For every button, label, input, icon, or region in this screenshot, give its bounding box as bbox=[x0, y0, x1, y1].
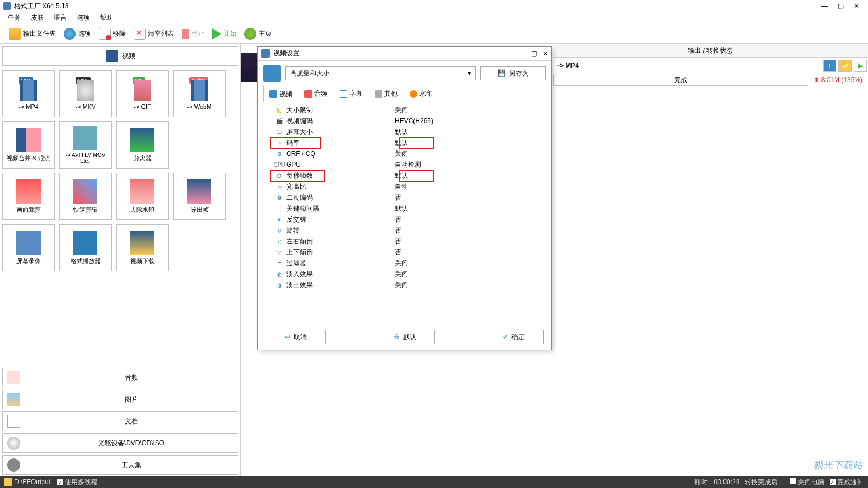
default-button[interactable]: 🖶默认 bbox=[375, 330, 435, 344]
tile-mp4[interactable]: MP4-> MP4 bbox=[2, 70, 55, 117]
menu-task[interactable]: 任务 bbox=[8, 13, 21, 22]
setting-icon: ≋ bbox=[275, 139, 283, 147]
setting-row[interactable]: GPUGPU自动检测 bbox=[263, 159, 546, 170]
tab-other[interactable]: 其他 bbox=[369, 86, 404, 102]
ok-button[interactable]: ✔确定 bbox=[484, 330, 544, 344]
tab-audio[interactable]: 音频 bbox=[298, 86, 334, 102]
open-folder-button[interactable]: 📁 bbox=[838, 60, 852, 72]
start-button[interactable]: 开始 bbox=[209, 27, 240, 40]
category-audio[interactable]: 音频 bbox=[2, 368, 238, 387]
home-button[interactable]: 主页 bbox=[241, 27, 275, 41]
tile-crop[interactable]: 画面裁剪 bbox=[2, 173, 55, 220]
setting-row[interactable]: 🖵屏幕大小默认 bbox=[263, 126, 546, 137]
setting-value[interactable]: 关闭 bbox=[395, 259, 546, 268]
setting-value[interactable]: 否 bbox=[395, 237, 546, 246]
info-button[interactable]: i bbox=[823, 60, 836, 72]
setting-value[interactable]: 默认 bbox=[395, 127, 546, 137]
tile-player[interactable]: 格式播放器 bbox=[59, 224, 112, 271]
setting-row[interactable]: ❷二次编码否 bbox=[263, 192, 546, 203]
setting-row[interactable]: ⏱每秒帧数默认 bbox=[263, 170, 546, 181]
play-task-button[interactable]: ▶ bbox=[854, 60, 867, 72]
tile-quickcut[interactable]: 快速剪辑 bbox=[59, 173, 112, 220]
tile-gif[interactable]: GIF-> GIF bbox=[116, 70, 169, 117]
setting-value[interactable]: 否 bbox=[395, 215, 546, 224]
setting-value[interactable]: 自动 bbox=[395, 182, 546, 191]
dialog-close[interactable]: ✕ bbox=[543, 50, 548, 57]
maximize-button[interactable]: ▢ bbox=[838, 2, 844, 10]
tile-mkv[interactable]: MKV-> MKV bbox=[59, 70, 112, 117]
menu-lang[interactable]: 语言 bbox=[54, 13, 67, 22]
setting-value[interactable]: 否 bbox=[395, 193, 546, 202]
tile-merge[interactable]: 视频合并 & 混流 bbox=[2, 121, 55, 169]
preset-combo[interactable]: 高质量和大小▾ bbox=[285, 66, 476, 80]
setting-row[interactable]: ▭宽高比自动 bbox=[263, 181, 546, 192]
cancel-button[interactable]: ↩取消 bbox=[266, 330, 326, 344]
tile-download[interactable]: 视频下载 bbox=[116, 224, 169, 271]
notify-checkbox[interactable]: ✓ bbox=[830, 479, 836, 485]
setting-value[interactable]: 自动检测 bbox=[395, 160, 546, 170]
tab-video[interactable]: 视频 bbox=[263, 86, 298, 102]
saveas-button[interactable]: 💾另存为 bbox=[480, 66, 546, 80]
setting-row[interactable]: ⚗过滤器关闭 bbox=[263, 258, 546, 269]
multithread-checkbox[interactable]: ✓ bbox=[57, 479, 63, 485]
close-button[interactable]: ✕ bbox=[854, 2, 859, 10]
setting-row[interactable]: ≡反交错否 bbox=[263, 214, 546, 225]
setting-label: 视频编码 bbox=[286, 117, 313, 126]
shutdown-checkbox[interactable] bbox=[790, 478, 796, 484]
setting-value[interactable]: 否 bbox=[395, 248, 546, 257]
tile-split[interactable]: 分离器 bbox=[116, 121, 169, 169]
setting-value[interactable]: 关闭 bbox=[395, 106, 546, 115]
category-video[interactable]: 视频 bbox=[2, 46, 238, 66]
menu-help[interactable]: 帮助 bbox=[100, 13, 113, 22]
setting-value[interactable]: 默认 bbox=[395, 138, 546, 148]
setting-row[interactable]: ↻旋转否 bbox=[263, 225, 546, 236]
tile-removewm[interactable]: 去除水印 bbox=[116, 173, 169, 220]
setting-row[interactable]: |⎮关键帧间隔默认 bbox=[263, 203, 546, 214]
setting-row[interactable]: ◑淡出效果关闭 bbox=[263, 280, 546, 291]
audio-tab-icon bbox=[304, 90, 312, 98]
setting-row[interactable]: ◐淡入效果关闭 bbox=[263, 269, 546, 280]
output-folder-button[interactable]: 输出文件夹 bbox=[5, 27, 59, 41]
tile-record[interactable]: 屏幕录像 bbox=[2, 224, 55, 271]
setting-value[interactable]: 关闭 bbox=[395, 149, 546, 159]
category-disc[interactable]: 光驱设备\DVD\CD\ISO bbox=[2, 433, 238, 453]
setting-value[interactable]: 默认 bbox=[395, 204, 546, 213]
setting-icon: 🖵 bbox=[275, 128, 283, 136]
menu-option[interactable]: 选项 bbox=[77, 13, 90, 22]
setting-row[interactable]: ≋码率默认 bbox=[263, 137, 546, 148]
video-settings-dialog: 视频设置 — ▢ ✕ 高质量和大小▾ 💾另存为 视频 音频 字幕 其他 水印 📐… bbox=[257, 46, 552, 350]
setting-row[interactable]: ▽上下颠倒否 bbox=[263, 247, 546, 258]
tile-avi[interactable]: -> AVI FLV MOV Etc.. bbox=[59, 121, 112, 169]
category-image[interactable]: 图片 bbox=[2, 390, 238, 409]
setting-value[interactable]: HEVC(H265) bbox=[395, 117, 546, 125]
setting-label: 旋转 bbox=[286, 226, 300, 235]
clear-button[interactable]: 清空列表 bbox=[130, 27, 177, 41]
setting-value[interactable]: 关闭 bbox=[395, 281, 546, 290]
setting-value[interactable]: 默认 bbox=[395, 171, 546, 181]
option-button[interactable]: 选项 bbox=[60, 27, 94, 41]
setting-label: 每秒帧数 bbox=[286, 171, 313, 181]
dialog-maximize[interactable]: ▢ bbox=[531, 50, 537, 57]
category-tools[interactable]: 工具集 bbox=[2, 455, 238, 475]
dialog-minimize[interactable]: — bbox=[519, 50, 526, 57]
output-path[interactable]: D:\FFOutput bbox=[14, 478, 50, 486]
remove-button[interactable]: 移除 bbox=[95, 27, 129, 41]
task-row[interactable]: -> MP4 i 📁 ▶ bbox=[553, 58, 868, 73]
minimize-button[interactable]: — bbox=[821, 2, 828, 10]
setting-value[interactable]: 否 bbox=[395, 226, 546, 235]
category-document[interactable]: 文档 bbox=[2, 411, 238, 431]
tab-watermark[interactable]: 水印 bbox=[404, 86, 439, 102]
subtitle-tab-icon bbox=[340, 90, 347, 98]
menu-skin[interactable]: 皮肤 bbox=[31, 13, 44, 22]
tile-webm[interactable]: WebM-> WebM bbox=[173, 70, 226, 117]
tile-export[interactable]: 导出帧 bbox=[173, 173, 226, 220]
setting-row[interactable]: ◁左右颠倒否 bbox=[263, 236, 546, 247]
setting-row[interactable]: 📐大小限制关闭 bbox=[263, 104, 546, 115]
setting-row[interactable]: 🎬视频编码HEVC(H265) bbox=[263, 115, 546, 126]
stop-button[interactable]: 停止 bbox=[179, 28, 208, 40]
setting-value[interactable]: 关闭 bbox=[395, 270, 546, 279]
tab-subtitle[interactable]: 字幕 bbox=[334, 86, 369, 102]
video-tab-icon bbox=[269, 90, 277, 98]
setting-row[interactable]: ⚙CRF / CQ关闭 bbox=[263, 148, 546, 159]
status-folder-icon[interactable] bbox=[4, 478, 12, 486]
